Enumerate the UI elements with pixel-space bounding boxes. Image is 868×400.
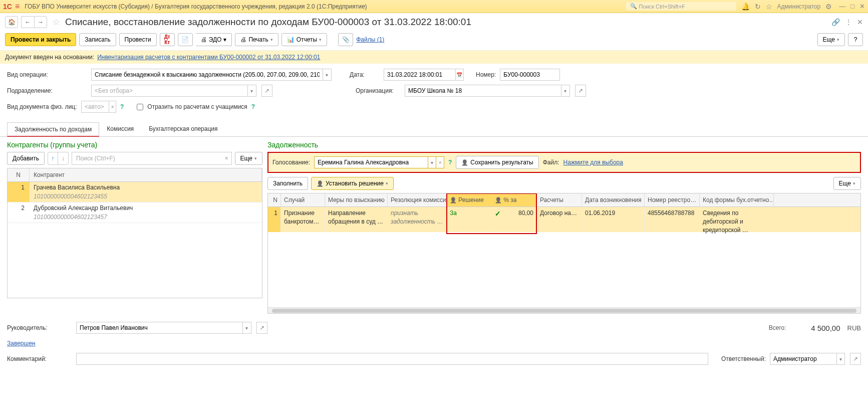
file-label: Файл:	[543, 159, 559, 166]
docphys-help[interactable]: ?	[120, 103, 124, 110]
leader-field[interactable]: ▾	[76, 322, 251, 334]
debt-more-button[interactable]: Еще	[833, 177, 861, 190]
org-dropdown-icon[interactable]: ▾	[561, 85, 569, 96]
user-label[interactable]: Администратор	[777, 3, 821, 10]
optype-field[interactable]: ▾	[91, 69, 332, 81]
reports-button[interactable]: 📊 Отчеты	[281, 33, 327, 46]
settings-icon[interactable]: ⚙	[825, 3, 832, 11]
reflect-checkbox[interactable]	[137, 104, 143, 110]
set-decision-button[interactable]: Установить решение	[311, 177, 394, 190]
completed-link[interactable]: Завершен	[7, 340, 35, 347]
link-icon[interactable]: 🔗	[831, 18, 840, 26]
col-date: Дата возникновения	[582, 193, 645, 207]
col-n: N	[8, 168, 30, 181]
docphys-input[interactable]	[82, 103, 109, 110]
dept-open-button[interactable]: ↗	[261, 85, 272, 97]
optype-input[interactable]	[92, 71, 323, 78]
contractors-search[interactable]: ×	[72, 152, 232, 165]
edo-button[interactable]: 🖨 ЭДО ▾	[196, 33, 232, 46]
number-input[interactable]	[500, 71, 559, 78]
table-row[interactable]: 2 Дубровский Александр Витальевич 101000…	[8, 203, 262, 223]
responsible-field[interactable]: ▾	[770, 353, 845, 365]
history-icon[interactable]: ↻	[755, 3, 761, 11]
dept-dropdown-icon[interactable]: ▾	[247, 85, 256, 96]
back-button[interactable]: ←	[21, 16, 34, 28]
org-field[interactable]: ▾	[405, 85, 570, 97]
more-button[interactable]: Еще	[817, 33, 845, 46]
post-and-close-button[interactable]: Провести и закрыть	[5, 33, 76, 46]
search-clear-icon[interactable]: ×	[222, 155, 231, 162]
close-icon[interactable]: ✕	[859, 3, 865, 10]
bell-icon[interactable]: 🔔	[741, 3, 750, 11]
responsible-input[interactable]	[770, 355, 836, 362]
docphys-clear-icon[interactable]: ×	[109, 101, 116, 112]
search-placeholder: Поиск Ctrl+Shift+F	[639, 4, 685, 10]
date-field[interactable]: 📅	[384, 69, 464, 81]
h-scrollbar[interactable]	[268, 307, 860, 313]
tab-debt[interactable]: Задолженность по доходам	[7, 122, 99, 137]
list-button[interactable]: 📄	[178, 33, 193, 46]
number-field[interactable]	[500, 69, 560, 81]
print-button[interactable]: 🖨 Печать	[235, 33, 278, 46]
tab-commission[interactable]: Комиссия	[99, 122, 141, 136]
leader-label: Руководитель:	[7, 324, 72, 331]
home-button[interactable]: 🏠	[5, 16, 18, 28]
dept-field[interactable]: ▾	[91, 85, 256, 97]
responsible-dropdown-icon[interactable]: ▾	[836, 353, 844, 364]
row-name: Грачева Василиса Васильевна	[34, 184, 258, 191]
date-input[interactable]	[384, 71, 455, 78]
dept-label: Подразделение:	[7, 87, 87, 94]
org-input[interactable]	[405, 87, 561, 94]
attach-button[interactable]: 📎	[338, 33, 353, 46]
table-row[interactable]: 1 Грачева Василиса Васильевна 1010000000…	[8, 182, 262, 203]
file-link[interactable]: Нажмите для выбора	[563, 159, 623, 166]
cell-case: Признание банкротом…	[281, 207, 325, 232]
doc-close-icon[interactable]: ✕	[857, 18, 863, 26]
files-link[interactable]: Файлы (1)	[356, 36, 384, 43]
contractors-search-input[interactable]	[72, 155, 222, 162]
tab-accounting[interactable]: Бухгалтерская операция	[141, 122, 225, 136]
leader-open-button[interactable]: ↗	[256, 322, 267, 334]
save-button[interactable]: Записать	[79, 33, 116, 46]
leader-dropdown-icon[interactable]: ▾	[242, 322, 251, 333]
debt-table-row[interactable]: 1 Признание банкротом… Направление обращ…	[268, 207, 860, 232]
help-button[interactable]: ?	[848, 33, 863, 46]
doc-more-icon[interactable]: ⋮	[845, 18, 852, 26]
maximize-icon[interactable]: □	[850, 3, 854, 10]
optype-dropdown-icon[interactable]: ▾	[323, 69, 331, 80]
move-up-button[interactable]: ↑	[48, 152, 58, 164]
leader-input[interactable]	[77, 324, 242, 331]
minimize-icon[interactable]: —	[839, 3, 845, 10]
titlebar: 1C ≡ ГОБУ ВПО Университет искусств (Субс…	[0, 0, 868, 13]
voting-input[interactable]	[315, 157, 428, 168]
voting-clear-icon[interactable]: ×	[436, 157, 444, 168]
save-results-button[interactable]: Сохранить результаты	[456, 156, 538, 169]
comment-input[interactable]	[77, 355, 708, 362]
main-toolbar: Провести и закрыть Записать Провести ДтК…	[0, 31, 868, 50]
voting-field[interactable]: ▾ ×	[314, 156, 444, 168]
check-icon: ✓	[495, 209, 501, 230]
dept-input[interactable]	[92, 87, 247, 94]
org-open-button[interactable]: ↗	[575, 85, 586, 97]
add-button[interactable]: Добавить	[7, 152, 45, 165]
responsible-open-button[interactable]: ↗	[850, 353, 861, 365]
docphys-field[interactable]: ×	[81, 101, 116, 113]
move-down-button[interactable]: ↓	[58, 152, 68, 164]
menu-icon[interactable]: ≡	[15, 2, 20, 11]
favorite-icon[interactable]: ☆	[52, 17, 60, 28]
star-icon[interactable]: ☆	[766, 3, 772, 11]
post-button[interactable]: Провести	[119, 33, 157, 46]
basis-link[interactable]: Инвентаризация расчетов с контрагентами …	[97, 54, 320, 61]
comment-field[interactable]	[76, 353, 708, 365]
tabs: Задолженность по доходам Комиссия Бухгал…	[0, 122, 868, 137]
voting-help[interactable]: ?	[448, 159, 452, 166]
forward-button[interactable]: →	[34, 16, 47, 28]
contractors-more-button[interactable]: Еще	[235, 152, 262, 165]
calendar-icon[interactable]: 📅	[455, 69, 463, 80]
global-search[interactable]: 🔍 Поиск Ctrl+Shift+F	[626, 2, 736, 11]
voting-dropdown-icon[interactable]: ▾	[428, 157, 436, 168]
reflect-help[interactable]: ?	[251, 103, 255, 110]
move-buttons: ↑ ↓	[48, 152, 69, 165]
dtkt-button[interactable]: ДтКт	[160, 33, 175, 46]
fill-button[interactable]: Заполнить	[267, 177, 308, 190]
